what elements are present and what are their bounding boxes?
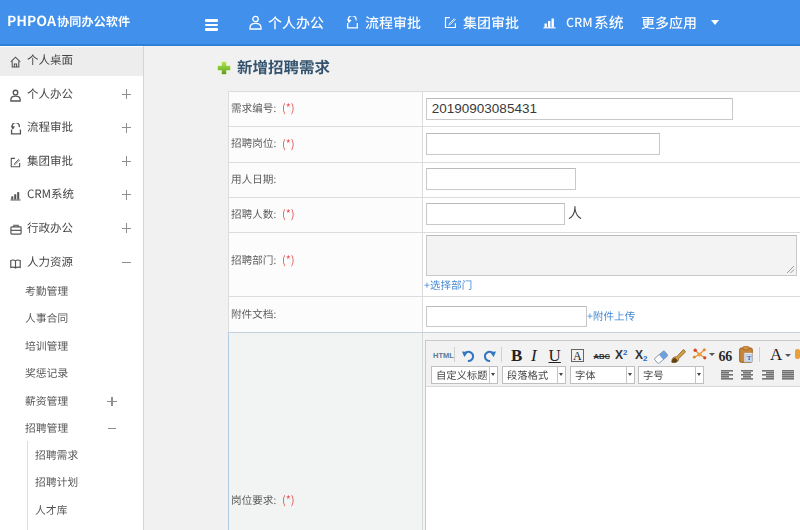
svg-text:T: T bbox=[747, 354, 752, 362]
